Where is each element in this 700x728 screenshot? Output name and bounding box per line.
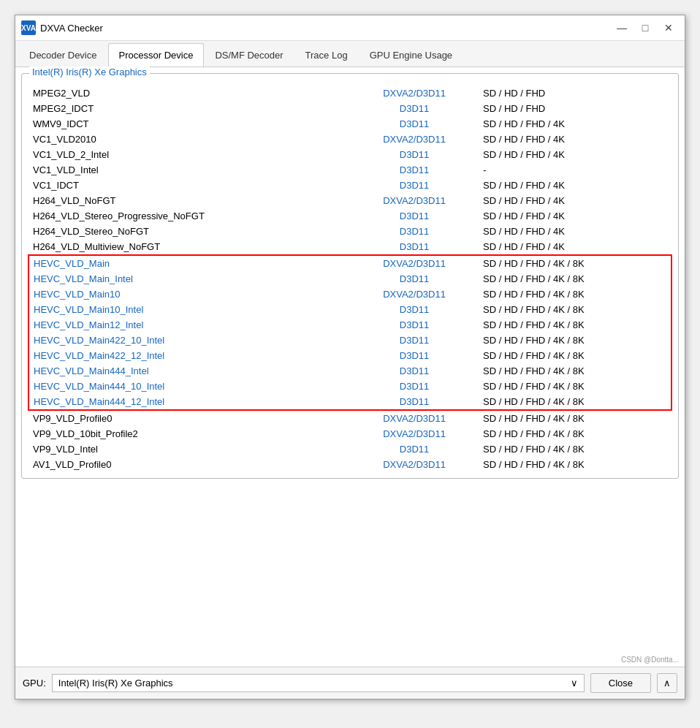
decoder-resolutions: SD / HD / FHD / 4K: [479, 147, 672, 162]
decoder-name: VP9_VLD_Intel: [28, 441, 350, 457]
decoder-api: D3D11: [350, 441, 479, 457]
watermark: CSDN @Dontta...: [621, 656, 679, 664]
decoder-resolutions: SD / HD / FHD / 4K: [479, 116, 672, 132]
tab-dsmf-decoder[interactable]: DS/MF Decoder: [204, 43, 294, 67]
table-row: AV1_VLD_Profile0DXVA2/D3D11SD / HD / FHD…: [28, 457, 672, 472]
decoder-name: H264_VLD_Multiview_NoFGT: [28, 239, 350, 255]
table-row: VC1_IDCTD3D11SD / HD / FHD / 4K: [28, 178, 672, 193]
decoder-name: MPEG2_IDCT: [28, 101, 350, 116]
decoder-name: VC1_VLD_Intel: [28, 162, 350, 178]
table-row: VP9_VLD_IntelD3D11SD / HD / FHD / 4K / 8…: [28, 441, 672, 457]
decoder-name: WMV9_IDCT: [28, 116, 350, 132]
table-row: HEVC_VLD_Main12_IntelD3D11SD / HD / FHD …: [28, 317, 672, 333]
table-row: MPEG2_IDCTD3D11SD / HD / FHD: [28, 101, 672, 116]
gpu-label: GPU:: [23, 678, 46, 689]
chevron-down-icon: ∨: [571, 678, 578, 689]
decoder-resolutions: SD / HD / FHD / 4K / 8K: [479, 426, 672, 441]
title-bar: XVA DXVA Checker — □ ✕: [15, 15, 685, 41]
decoder-name: HEVC_VLD_Main: [28, 255, 350, 271]
table-row: VC1_VLD_IntelD3D11-: [28, 162, 672, 178]
decoder-resolutions: SD / HD / FHD / 4K / 8K: [479, 457, 672, 472]
decoder-resolutions: SD / HD / FHD / 4K / 8K: [479, 333, 672, 348]
decoder-name: HEVC_VLD_Main422_10_Intel: [28, 333, 350, 348]
decoder-name: VP9_VLD_Profile0: [28, 410, 350, 426]
decoder-resolutions: SD / HD / FHD / 4K / 8K: [479, 363, 672, 379]
table-row: H264_VLD_Stereo_NoFGTD3D11SD / HD / FHD …: [28, 224, 672, 239]
tab-decoder-device[interactable]: Decoder Device: [18, 43, 108, 67]
decoder-api: DXVA2/D3D11: [350, 287, 479, 302]
table-row: HEVC_VLD_Main10_IntelD3D11SD / HD / FHD …: [28, 302, 672, 317]
decoder-api: DXVA2/D3D11: [350, 193, 479, 208]
table-row: HEVC_VLD_Main10DXVA2/D3D11SD / HD / FHD …: [28, 287, 672, 302]
decoder-name: H264_VLD_Stereo_NoFGT: [28, 224, 350, 239]
decoder-resolutions: SD / HD / FHD / 4K: [479, 239, 672, 255]
decoder-api: D3D11: [350, 271, 479, 287]
decoder-api: DXVA2/D3D11: [350, 255, 479, 271]
decoder-name: HEVC_VLD_Main12_Intel: [28, 317, 350, 333]
close-window-button[interactable]: ✕: [658, 20, 679, 36]
gpu-select[interactable]: Intel(R) Iris(R) Xe Graphics ∨: [52, 674, 585, 692]
window-controls: — □ ✕: [612, 20, 679, 36]
decoder-name: HEVC_VLD_Main_Intel: [28, 271, 350, 287]
decoder-api: D3D11: [350, 224, 479, 239]
bottom-bar: GPU: Intel(R) Iris(R) Xe Graphics ∨ Clos…: [15, 667, 685, 699]
decoder-api: D3D11: [350, 101, 479, 116]
decoder-name: H264_VLD_NoFGT: [28, 193, 350, 208]
decoder-resolutions: SD / HD / FHD / 4K / 8K: [479, 287, 672, 302]
decoder-api: DXVA2/D3D11: [350, 426, 479, 441]
decoder-name: H264_VLD_Stereo_Progressive_NoFGT: [28, 208, 350, 224]
decoder-name: HEVC_VLD_Main422_12_Intel: [28, 348, 350, 363]
decoder-api: DXVA2/D3D11: [350, 86, 479, 101]
app-icon: XVA: [21, 20, 36, 35]
decoder-name: VP9_VLD_10bit_Profile2: [28, 426, 350, 441]
decoder-name: HEVC_VLD_Main10: [28, 287, 350, 302]
decoder-resolutions: SD / HD / FHD / 4K / 8K: [479, 255, 672, 271]
decoder-resolutions: SD / HD / FHD / 4K / 8K: [479, 271, 672, 287]
decoder-name: HEVC_VLD_Main10_Intel: [28, 302, 350, 317]
table-row: VP9_VLD_10bit_Profile2DXVA2/D3D11SD / HD…: [28, 426, 672, 441]
decoder-api: D3D11: [350, 394, 479, 410]
content-area: Intel(R) Iris(R) Xe Graphics MPEG2_VLDDX…: [15, 67, 685, 667]
decoder-api: D3D11: [350, 147, 479, 162]
tab-gpu-engine-usage[interactable]: GPU Engine Usage: [359, 43, 463, 67]
tab-bar: Decoder Device Processor Device DS/MF De…: [15, 41, 685, 67]
decoder-api: D3D11: [350, 379, 479, 394]
tab-processor-device[interactable]: Processor Device: [108, 43, 205, 67]
decoder-table: MPEG2_VLDDXVA2/D3D11SD / HD / FHDMPEG2_I…: [28, 86, 672, 472]
gpu-select-value: Intel(R) Iris(R) Xe Graphics: [58, 678, 173, 689]
table-row: VC1_VLD_2_IntelD3D11SD / HD / FHD / 4K: [28, 147, 672, 162]
decoder-api: D3D11: [350, 208, 479, 224]
decoder-resolutions: SD / HD / FHD / 4K / 8K: [479, 379, 672, 394]
group-box-title: Intel(R) Iris(R) Xe Graphics: [29, 67, 150, 77]
table-row: HEVC_VLD_Main444_10_IntelD3D11SD / HD / …: [28, 379, 672, 394]
decoder-name: VC1_VLD2010: [28, 132, 350, 147]
decoder-resolutions: SD / HD / FHD / 4K / 8K: [479, 302, 672, 317]
maximize-button[interactable]: □: [635, 20, 655, 36]
decoder-api: D3D11: [350, 348, 479, 363]
decoder-api: D3D11: [350, 178, 479, 193]
table-row: H264_VLD_Multiview_NoFGTD3D11SD / HD / F…: [28, 239, 672, 255]
close-button[interactable]: Close: [590, 673, 651, 693]
table-row: HEVC_VLD_Main422_12_IntelD3D11SD / HD / …: [28, 348, 672, 363]
table-row: WMV9_IDCTD3D11SD / HD / FHD / 4K: [28, 116, 672, 132]
table-row: HEVC_VLD_Main422_10_IntelD3D11SD / HD / …: [28, 333, 672, 348]
table-row: VC1_VLD2010DXVA2/D3D11SD / HD / FHD / 4K: [28, 132, 672, 147]
table-row: HEVC_VLD_Main444_IntelD3D11SD / HD / FHD…: [28, 363, 672, 379]
decoder-resolutions: SD / HD / FHD / 4K: [479, 132, 672, 147]
decoder-resolutions: SD / HD / FHD / 4K / 8K: [479, 410, 672, 426]
minimize-button[interactable]: —: [612, 20, 632, 36]
tab-trace-log[interactable]: Trace Log: [294, 43, 359, 67]
scroll-up-button[interactable]: ∧: [657, 673, 677, 693]
decoder-resolutions: -: [479, 162, 672, 178]
decoder-api: DXVA2/D3D11: [350, 457, 479, 472]
decoder-resolutions: SD / HD / FHD / 4K: [479, 193, 672, 208]
decoder-name: HEVC_VLD_Main444_Intel: [28, 363, 350, 379]
table-row: HEVC_VLD_Main_IntelD3D11SD / HD / FHD / …: [28, 271, 672, 287]
decoder-api: D3D11: [350, 239, 479, 255]
decoder-resolutions: SD / HD / FHD: [479, 86, 672, 101]
decoder-resolutions: SD / HD / FHD / 4K / 8K: [479, 348, 672, 363]
decoder-name: AV1_VLD_Profile0: [28, 457, 350, 472]
decoder-name: HEVC_VLD_Main444_10_Intel: [28, 379, 350, 394]
table-row: H264_VLD_Stereo_Progressive_NoFGTD3D11SD…: [28, 208, 672, 224]
decoder-api: DXVA2/D3D11: [350, 410, 479, 426]
